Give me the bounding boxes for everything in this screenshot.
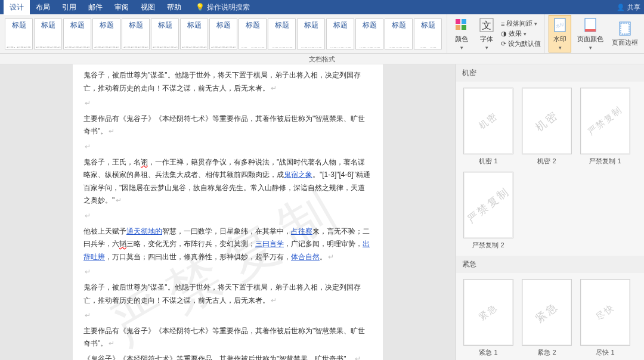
svg-rect-10 — [620, 22, 630, 35]
ribbon: 标题标题1 标题标题标题标题标题 标题标题标题标题标题标题 标题标题标题标题标题… — [0, 14, 644, 54]
ribbon-group-page-bg: 水印 水印 页面颜色 页面边框 — [544, 14, 644, 53]
page-borders-label: 页面边框 — [612, 38, 638, 47]
watermark-option[interactable]: 紧急 紧急 2 — [521, 279, 573, 357]
style-card[interactable]: 标题标题标题标题标题 — [122, 18, 150, 49]
style-card[interactable]: 标题标题标题标题标题 — [63, 18, 91, 49]
ribbon-small-options: ≡段落间距 ◑效果 ⟳设为默认值 — [501, 19, 541, 48]
style-card[interactable]: 标题标题1 标题 — [414, 18, 442, 49]
page-color-label: 页面颜色 — [577, 35, 603, 44]
style-card[interactable]: 标题标题标题标题标题 — [209, 18, 237, 49]
watermark-option[interactable]: 机密 机密 1 — [462, 88, 515, 166]
panel-section-confidential: 机密 — [456, 64, 644, 82]
svg-rect-9 — [585, 29, 596, 32]
watermark-option[interactable]: 严禁复制 严禁复制 2 — [462, 172, 515, 250]
para: 他被上天赋予通天彻地的智慧，一曰数学，日星象纬，在其掌中，占往察来，言无不验；二… — [83, 225, 372, 264]
tab-layout[interactable]: 布局 — [30, 0, 56, 15]
para: 鬼谷子，王氏，名诩，一作王禅，籍贯存争议，有多种说法，"战国时代著名人物，著名谋… — [83, 156, 372, 207]
set-default-button[interactable]: ⟳设为默认值 — [501, 39, 541, 48]
colors-button[interactable]: 颜色 — [451, 15, 472, 52]
style-card[interactable]: 标题标题标题标题标题 — [92, 18, 120, 49]
watermark-label: 水印 — [553, 35, 566, 44]
watermark-option[interactable]: 尽快 尽快 1 — [579, 279, 631, 357]
para: 鬼谷子，被后世尊为"谋圣"。他隐于世外，将天下置于棋局，弟子出将入相，决定列国存… — [83, 281, 372, 307]
user-icon: 👤 — [617, 4, 625, 11]
style-card[interactable]: 标题标题标题标题标题 — [151, 18, 179, 49]
page-borders-button[interactable]: 页面边框 — [609, 19, 640, 48]
style-card[interactable]: 标题标题标题标题 — [355, 18, 383, 49]
para: ↵ — [83, 141, 372, 154]
svg-text:文: 文 — [482, 20, 491, 30]
page-color-button[interactable]: 页面颜色 — [575, 15, 606, 52]
tab-design[interactable]: 设计 — [4, 0, 30, 15]
document-canvas[interactable]: 严禁复制 鬼谷子，被后世尊为"谋圣"。他隐于世外，将天下置于棋局，弟子出将入相，… — [0, 64, 456, 360]
svg-rect-1 — [462, 19, 466, 24]
effects-icon: ◑ — [501, 30, 507, 38]
page: 严禁复制 鬼谷子，被后世尊为"谋圣"。他隐于世外，将天下置于棋局，弟子出将入相，… — [73, 64, 383, 360]
style-card[interactable]: 标题标题标题标题 — [268, 18, 296, 49]
svg-rect-2 — [456, 25, 460, 30]
fonts-label: 字体 — [480, 35, 493, 44]
svg-rect-3 — [462, 25, 466, 30]
watermark-icon: 水印 — [552, 17, 568, 33]
para: 《鬼谷子》《本经阴符七术》等重要作品，其著作被后世称为"智慧禁果、旷世奇书"。↵ — [83, 353, 372, 360]
watermark-option[interactable]: 机密 机密 2 — [521, 88, 573, 166]
default-icon: ⟳ — [501, 40, 506, 48]
page-border-icon — [617, 20, 633, 37]
panel-grid-confidential: 机密 机密 1 机密 机密 2 严禁复制 严禁复制 1 严禁复制 严禁复制 2 — [456, 82, 644, 256]
titlebar-right: 👤 共享 — [617, 3, 640, 12]
para: ↵ — [83, 266, 372, 279]
tab-help[interactable]: 帮助 — [161, 0, 187, 15]
para: ↵ — [83, 97, 372, 110]
para: ↵ — [83, 309, 372, 322]
ribbon-group-formatting: 颜色 文 字体 ≡段落间距 ◑效果 ⟳设为默认值 — [447, 14, 544, 53]
ribbon-group-label: 文档格式 — [0, 54, 644, 64]
doc-format-styles[interactable]: 标题标题1 标题标题标题标题标题 标题标题标题标题标题标题 标题标题标题标题标题… — [0, 14, 447, 53]
fonts-button[interactable]: 文 字体 — [476, 15, 497, 52]
watermark-option[interactable]: 紧急 紧急 1 — [462, 279, 515, 357]
paragraph-spacing-button[interactable]: ≡段落间距 — [501, 19, 541, 28]
tab-review[interactable]: 审阅 — [109, 0, 135, 15]
style-card[interactable]: 标题标题1 标题标题标题标题标题 — [5, 18, 33, 49]
colors-label: 颜色 — [455, 35, 468, 44]
font-icon: 文 — [478, 17, 495, 33]
style-card[interactable]: 标题标题1 标题标题 — [239, 18, 267, 49]
watermark-option[interactable]: 严禁复制 严禁复制 1 — [579, 88, 631, 166]
share-button[interactable]: 共享 — [627, 3, 640, 12]
style-card[interactable]: 标题标题标题标题 — [326, 18, 354, 49]
search-placeholder: 操作说明搜索 — [207, 2, 250, 13]
para: 主要作品有《鬼谷子》《本经阴符七术》等重要作品，其著作被后世称为"智慧禁果、旷世… — [83, 113, 372, 138]
main-area: 严禁复制 鬼谷子，被后世尊为"谋圣"。他隐于世外，将天下置于棋局，弟子出将入相，… — [0, 64, 644, 360]
svg-rect-0 — [456, 19, 460, 24]
style-card[interactable]: 标题标题标题标题 — [385, 18, 413, 49]
panel-grid-urgent: 紧急 紧急 1 紧急 紧急 2 尽快 尽快 1 — [456, 273, 644, 360]
style-card[interactable]: 标题标题标题标题标题 — [180, 18, 208, 49]
tab-references[interactable]: 引用 — [56, 0, 82, 15]
tab-mailings[interactable]: 邮件 — [82, 0, 109, 15]
tab-view[interactable]: 视图 — [135, 0, 161, 15]
para: 主要作品有《鬼谷子》《本经阴符七术》等重要作品，其著作被后世称为"智慧禁果、旷世… — [83, 325, 372, 350]
panel-section-urgent: 紧急 — [456, 256, 644, 273]
style-card[interactable]: 标题标题标题标题 — [297, 18, 325, 49]
titlebar: 设计 布局 引用 邮件 审阅 视图 帮助 💡 操作说明搜索 👤 共享 — [0, 0, 644, 14]
style-card[interactable]: 标题标题标题标题标题标题 — [34, 18, 62, 49]
watermark-gallery-panel: 机密 机密 机密 1 机密 机密 2 严禁复制 严禁复制 1 严禁复制 严禁复制… — [456, 64, 644, 360]
ribbon-tabs: 设计 布局 引用 邮件 审阅 视图 帮助 — [4, 0, 187, 15]
lightbulb-icon: 💡 — [196, 3, 205, 11]
spacing-icon: ≡ — [501, 20, 504, 27]
page-color-icon — [582, 17, 599, 33]
palette-icon — [453, 17, 470, 33]
para: ↵ — [83, 210, 372, 223]
effects-button[interactable]: ◑效果 — [501, 29, 541, 38]
watermark-button[interactable]: 水印 水印 — [549, 15, 571, 52]
tell-me-search[interactable]: 💡 操作说明搜索 — [196, 2, 250, 13]
para: 鬼谷子，被后世尊为"谋圣"。他隐于世外，将天下置于棋局，弟子出将入相，决定列国存… — [83, 69, 372, 95]
